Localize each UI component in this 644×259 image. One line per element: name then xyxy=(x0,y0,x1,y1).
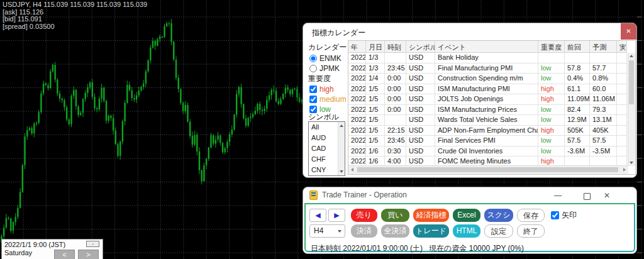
table-row[interactable]: 20221/3USDBank Holiday xyxy=(348,53,635,63)
table-cell-symbol: USD xyxy=(406,84,435,95)
table-row[interactable]: 20221/522:15USDADP Non-Farm Employment C… xyxy=(348,126,635,136)
table-row[interactable]: 20221/523:45USDFinal Services PMIlow57.5… xyxy=(348,136,635,146)
screenshot-button[interactable]: スクショ xyxy=(484,209,513,222)
arrow-checkbox-input[interactable] xyxy=(551,211,559,219)
checkbox[interactable] xyxy=(309,96,317,103)
column-header[interactable]: 前回 xyxy=(565,41,590,53)
calendar-window-title: 指標カレンダー xyxy=(312,28,365,38)
quit-button[interactable]: 終了 xyxy=(517,224,545,238)
maximize-icon[interactable] xyxy=(584,193,591,200)
close-all-button[interactable]: 全決済 xyxy=(381,224,409,238)
arrow-checkbox[interactable]: 矢印 xyxy=(551,210,577,221)
table-cell-actual xyxy=(617,84,627,95)
close-icon[interactable]: ✕ xyxy=(621,23,636,40)
save-button[interactable]: 保存 xyxy=(517,209,545,222)
table-row[interactable]: 20221/323:45USDFinal Manufacturing PMIlo… xyxy=(348,63,635,74)
table-cell-actual xyxy=(617,74,627,84)
table-cell-symbol: USD xyxy=(406,63,435,74)
table-cell-date: 1/3 xyxy=(366,53,385,63)
column-header[interactable]: 時刻 xyxy=(385,41,406,53)
chart-prev-button[interactable]: < xyxy=(54,250,75,259)
checkbox-label: medium xyxy=(319,95,347,104)
buy-button[interactable]: 買い xyxy=(381,209,409,222)
table-row[interactable]: 20221/60:30USDCrude Oil Inventorieslow-3… xyxy=(348,146,635,157)
chart-spread: [spread] 0.03500 xyxy=(3,23,147,31)
radio-button[interactable] xyxy=(309,55,317,62)
scrollbar-thumb[interactable] xyxy=(629,60,634,104)
table-cell-actual xyxy=(617,136,627,146)
scroll-left-icon[interactable] xyxy=(351,168,353,172)
radio-label: ENMK xyxy=(319,54,341,63)
table-horizontal-scrollbar[interactable] xyxy=(348,165,628,174)
table-cell-time: 0:00 xyxy=(385,84,406,95)
table-cell-date: 1/5 xyxy=(366,94,385,105)
trade-button[interactable]: トレード xyxy=(413,224,449,238)
timeframe-select[interactable]: H4 xyxy=(309,224,345,238)
scroll-down-icon[interactable] xyxy=(340,170,343,173)
column-header[interactable]: 重要度 xyxy=(538,41,565,53)
economic-indicators-button[interactable]: 経済指標 xyxy=(413,209,449,222)
table-cell-previous: 61.1 xyxy=(565,84,590,95)
table-cell-previous xyxy=(565,53,590,63)
calendar-source-option[interactable]: JPMK xyxy=(309,63,341,74)
importance-option[interactable]: medium xyxy=(309,94,347,104)
column-header[interactable]: 予測 xyxy=(590,41,617,53)
time-box-minimize-button[interactable]: - xyxy=(86,241,99,247)
column-header[interactable]: イベント xyxy=(435,41,538,53)
table-cell-previous: 11.09M xyxy=(565,94,590,105)
radio-button[interactable] xyxy=(309,65,317,72)
table-cell-date: 1/3 xyxy=(366,63,385,74)
table-cell-year: 2022 xyxy=(348,115,366,126)
importance-checkboxes: highmediumlow xyxy=(309,84,347,114)
table-cell-importance: high xyxy=(538,84,565,95)
column-header[interactable]: 実績 xyxy=(617,41,627,53)
excel-button[interactable]: Excel xyxy=(453,209,480,222)
table-cell-year: 2022 xyxy=(348,126,366,136)
table-row[interactable]: 20221/5USDWards Total Vehicle Saleslow12… xyxy=(348,115,635,126)
column-header[interactable]: シンボル xyxy=(406,41,435,53)
table-cell-date: 1/5 xyxy=(366,115,385,126)
table-cell-date: 1/6 xyxy=(366,146,385,157)
symbol-list-scrollbar[interactable] xyxy=(338,122,345,175)
table-cell-symbol: USD xyxy=(406,53,435,63)
close-position-button[interactable]: 決済 xyxy=(351,224,377,238)
scroll-right-icon[interactable] xyxy=(623,168,626,172)
table-cell-year: 2022 xyxy=(348,84,366,95)
trade-trainer-titlebar: Trade Trainer - Operation — ✕ xyxy=(303,187,636,203)
table-cell-event: JOLTS Job Openings xyxy=(435,94,538,105)
settings-button[interactable]: 設定 xyxy=(484,224,513,238)
table-cell-previous: 82.4 xyxy=(565,105,590,116)
checkbox[interactable] xyxy=(309,85,317,93)
table-cell-event: ISM Manufacturing PMI xyxy=(435,84,538,95)
scroll-up-icon[interactable] xyxy=(340,124,343,127)
step-forward-button[interactable]: ▶ xyxy=(328,209,345,222)
table-cell-forecast: 13.1M xyxy=(590,115,617,126)
table-cell-event: ADP Non-Farm Employment Change xyxy=(435,126,538,136)
table-row[interactable]: 20221/40:00USDConstruction Spending m/ml… xyxy=(348,74,635,84)
table-row[interactable]: 20221/50:00USDISM Manufacturing PMIhigh6… xyxy=(348,84,635,95)
column-header[interactable]: 月日 xyxy=(366,41,385,53)
table-vertical-scrollbar[interactable] xyxy=(628,53,635,166)
scrollbar-thumb[interactable] xyxy=(357,167,618,172)
symbol-listbox[interactable]: AllAUDCADCHFCNY xyxy=(308,121,345,176)
sell-button[interactable]: 売り xyxy=(351,209,377,222)
step-back-button[interactable]: ◀ xyxy=(309,209,326,222)
calendar-source-option[interactable]: ENMK xyxy=(309,53,341,63)
table-cell-forecast: 79.3 xyxy=(590,105,617,116)
table-cell-forecast: 405K xyxy=(590,126,617,136)
html-button[interactable]: HTML xyxy=(453,224,480,238)
close-icon[interactable]: ✕ xyxy=(597,189,616,202)
table-cell-time: 0:00 xyxy=(385,105,406,116)
table-row[interactable]: 20221/50:00USDISM Manufacturing Priceslo… xyxy=(348,105,635,116)
chart-next-button[interactable]: > xyxy=(78,250,99,259)
table-cell-actual xyxy=(617,53,627,63)
minimize-icon[interactable]: — xyxy=(548,189,567,202)
importance-option[interactable]: high xyxy=(309,84,347,94)
scroll-down-icon[interactable] xyxy=(630,162,633,164)
column-header[interactable]: 年 xyxy=(348,41,366,53)
table-cell-year: 2022 xyxy=(348,105,366,116)
scroll-up-icon[interactable] xyxy=(630,55,633,57)
arrow-checkbox-label: 矢印 xyxy=(562,210,577,221)
table-row[interactable]: 20221/50:00USDJOLTS Job Openingshigh11.0… xyxy=(348,94,635,105)
table-cell-symbol: USD xyxy=(406,115,435,126)
